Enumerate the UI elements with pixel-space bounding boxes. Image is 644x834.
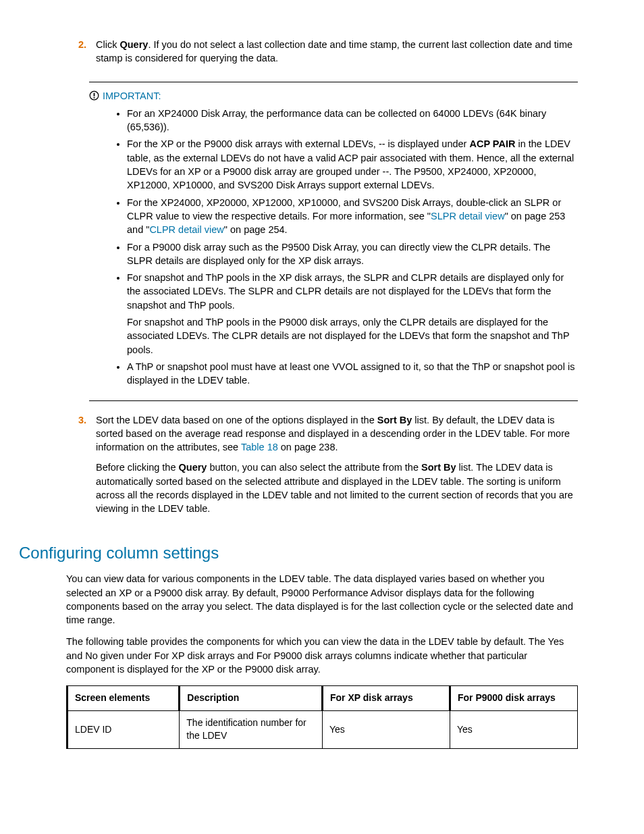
ui-term-query: Query [119,39,148,50]
section-paragraph: You can view data for various components… [66,572,578,627]
step-number: 3. [66,413,96,523]
note-label: IMPORTANT: [103,89,161,103]
text: For snapshot and ThP pools in the P9000 … [127,315,578,357]
ui-term-acp-pair: ACP PAIR [469,138,515,149]
text: For the XP or the P9000 disk arrays with… [127,138,469,149]
bullet-item: For the XP24000, XP20000, XP12000, XP100… [127,196,578,237]
col-screen-elements: Screen elements [68,686,180,711]
bullet-item: For the XP or the P9000 disk arrays with… [127,137,578,192]
text: Sort the LDEV data based on one of the o… [96,415,377,425]
col-p9000: For P9000 disk arrays [450,686,577,711]
note-bullets: For an XP24000 Disk Array, the performan… [89,107,578,388]
cell-description: The identification number for the LDEV [180,710,323,748]
step-number: 2. [66,38,96,72]
bullet-item: For a P9000 disk array such as the P9500… [127,240,578,268]
col-xp: For XP disk arrays [322,686,450,711]
step-body: Click Query. If you do not select a last… [96,38,578,72]
bullet-item: For snapshot and ThP pools in the XP dis… [127,271,578,357]
text: Before clicking the [96,462,179,473]
ui-term-sort-by: Sort By [377,415,412,425]
table-header-row: Screen elements Description For XP disk … [68,686,578,711]
text: Click [96,39,119,50]
table-row: LDEV ID The identification number for th… [68,710,578,748]
important-icon [89,90,99,101]
link-table-18[interactable]: Table 18 [241,442,278,452]
important-note: IMPORTANT: For an XP24000 Disk Array, th… [89,82,578,401]
ui-term-query: Query [179,462,207,473]
svg-rect-2 [94,97,95,99]
cell-p9000: Yes [450,710,577,748]
text: button, you can also select the attribut… [207,462,421,473]
bullet-item: For an XP24000 Disk Array, the performan… [127,107,578,134]
text: " on page 254. [224,224,288,235]
section-heading: Configuring column settings [19,542,578,565]
note-heading: IMPORTANT: [89,89,578,103]
cell-xp: Yes [322,710,450,748]
link-slpr-detail[interactable]: SLPR detail view [431,211,505,221]
text: on page 238. [278,442,338,452]
components-table: Screen elements Description For XP disk … [66,685,578,749]
step-body: Sort the LDEV data based on one of the o… [96,413,578,523]
section-paragraph: The following table provides the compone… [66,635,578,676]
col-description: Description [180,686,323,711]
ui-term-sort-by: Sort By [421,462,456,473]
step-3: 3. Sort the LDEV data based on one of th… [66,413,578,523]
cell-screen-element: LDEV ID [68,710,180,748]
link-clpr-detail[interactable]: CLPR detail view [149,224,223,235]
svg-rect-1 [94,93,95,97]
text: . If you do not select a last collection… [96,39,572,63]
text: For snapshot and ThP pools in the XP dis… [127,272,564,311]
bullet-item: A ThP or snapshot pool must have at leas… [127,360,578,388]
step-2: 2. Click Query. If you do not select a l… [66,38,578,72]
